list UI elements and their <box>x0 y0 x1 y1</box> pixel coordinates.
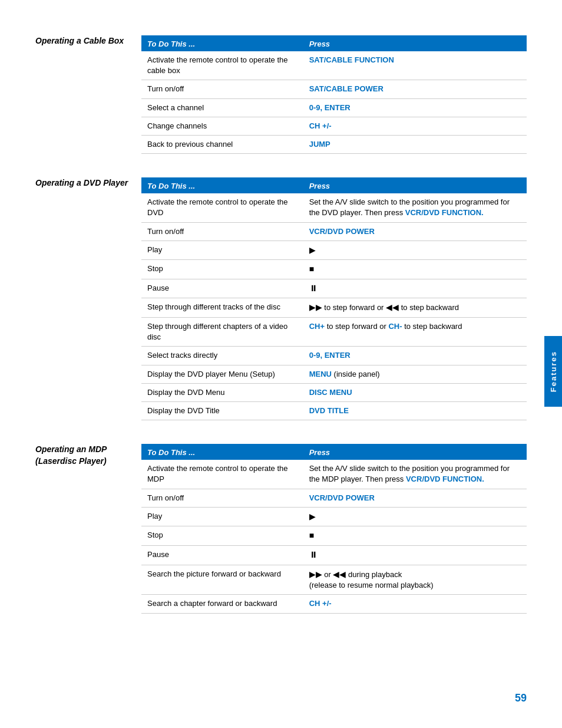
table-row: Pause ⏸ <box>141 279 527 298</box>
table-cell-action: Back to previous channel <box>141 135 303 153</box>
table-row: Display the DVD player Menu (Setup) MENU… <box>141 365 527 383</box>
section-mdp: Operating an MDP (Laserdisc Player) To D… <box>35 444 527 613</box>
table-cell-action: Stop <box>141 526 303 546</box>
table-row: Back to previous channel JUMP <box>141 135 527 153</box>
table-row: Play ▶ <box>141 507 527 526</box>
table-cell-action: Play <box>141 241 303 260</box>
section-title-dvd-player: Operating a DVD Player <box>35 177 141 420</box>
table-row: Step through different tracks of the dis… <box>141 298 527 318</box>
cable-box-table-container: To Do This ... Press Activate the remote… <box>141 35 527 154</box>
table-cell-action: Display the DVD player Menu (Setup) <box>141 365 303 383</box>
dvd-table-container: To Do This ... Press Activate the remote… <box>141 177 527 420</box>
table-row: Display the DVD Title DVD TITLE <box>141 402 527 420</box>
table-cell-action: Select tracks directly <box>141 347 303 365</box>
table-cell-action: Activate the remote control to operate t… <box>141 193 303 222</box>
table-cell-press: MENU (inside panel) <box>303 365 527 383</box>
table-cell-action: Activate the remote control to operate t… <box>141 460 303 489</box>
page-number: 59 <box>515 692 527 704</box>
table-cell-press: VCR/DVD POWER <box>303 222 527 241</box>
section-cable-box: Operating a Cable Box To Do This ... Pre… <box>35 35 527 154</box>
table-row: Search a chapter forward or backward CH … <box>141 595 527 613</box>
table-row: Select tracks directly 0-9, ENTER <box>141 347 527 365</box>
table-cell-press: CH +/- <box>303 595 527 613</box>
table-cell-press: SAT/CABLE POWER <box>303 80 527 98</box>
table-cell-press: ▶▶ or ◀◀ during playback(release to resu… <box>303 565 527 595</box>
page: Operating a Cable Box To Do This ... Pre… <box>0 0 562 728</box>
table-row: Activate the remote control to operate t… <box>141 193 527 222</box>
table-cell-press: ■ <box>303 260 527 279</box>
table-row: Stop ■ <box>141 260 527 279</box>
mdp-col1-header: To Do This ... <box>141 445 303 460</box>
table-cell-action: Display the DVD Title <box>141 402 303 420</box>
table-cell-action: Turn on/off <box>141 489 303 507</box>
table-cell-action: Turn on/off <box>141 80 303 98</box>
table-cell-press: 0-9, ENTER <box>303 98 527 117</box>
table-cell-action: Step through different chapters of a vid… <box>141 318 303 347</box>
table-cell-press: ▶ <box>303 241 527 260</box>
table-row: Display the DVD Menu DISC MENU <box>141 383 527 401</box>
table-cell-action: Search a chapter forward or backward <box>141 595 303 613</box>
table-cell-press: CH+ to step forward or CH- to step backw… <box>303 318 527 347</box>
table-cell-action: Pause <box>141 279 303 298</box>
sidebar-tab-label: Features <box>549 351 558 392</box>
table-cell-press: SAT/CABLE FUNCTION <box>303 51 527 80</box>
table-cell-action: Pause <box>141 545 303 565</box>
table-cell-press: ▶ <box>303 507 527 526</box>
table-cell-action: Activate the remote control to operate t… <box>141 51 303 80</box>
table-row: Select a channel 0-9, ENTER <box>141 98 527 117</box>
table-cell-action: Select a channel <box>141 98 303 117</box>
table-row: Pause ⏸ <box>141 545 527 565</box>
table-cell-press: VCR/DVD POWER <box>303 489 527 507</box>
dvd-col1-header: To Do This ... <box>141 179 303 193</box>
table-row: Search the picture forward or backward ▶… <box>141 565 527 595</box>
table-row: Activate the remote control to operate t… <box>141 51 527 80</box>
features-sidebar-tab: Features <box>544 336 562 407</box>
section-title-cable-box: Operating a Cable Box <box>35 35 141 154</box>
table-cell-action: Search the picture forward or backward <box>141 565 303 595</box>
table-cell-press: ⏸ <box>303 279 527 298</box>
cable-box-col2-header: Press <box>303 37 527 51</box>
table-cell-action: Change channels <box>141 117 303 135</box>
table-row: Turn on/off SAT/CABLE POWER <box>141 80 527 98</box>
mdp-table: To Do This ... Press Activate the remote… <box>141 445 527 613</box>
table-cell-press: Set the A/V slide switch to the position… <box>303 460 527 489</box>
table-cell-press: Set the A/V slide switch to the position… <box>303 193 527 222</box>
table-cell-press: ⏸ <box>303 545 527 565</box>
table-cell-action: Display the DVD Menu <box>141 383 303 401</box>
table-cell-press: ▶▶ to step forward or ◀◀ to step backwar… <box>303 298 527 318</box>
cable-box-col1-header: To Do This ... <box>141 37 303 51</box>
table-row: Turn on/off VCR/DVD POWER <box>141 222 527 241</box>
section-dvd-player: Operating a DVD Player To Do This ... Pr… <box>35 177 527 420</box>
table-cell-press: ■ <box>303 526 527 546</box>
cable-box-table: To Do This ... Press Activate the remote… <box>141 37 527 154</box>
table-cell-press: DISC MENU <box>303 383 527 401</box>
table-row: Change channels CH +/- <box>141 117 527 135</box>
table-cell-press: CH +/- <box>303 117 527 135</box>
table-cell-press: JUMP <box>303 135 527 153</box>
table-cell-action: Play <box>141 507 303 526</box>
table-cell-action: Step through different tracks of the dis… <box>141 298 303 318</box>
table-cell-press: 0-9, ENTER <box>303 347 527 365</box>
mdp-col2-header: Press <box>303 445 527 460</box>
table-row: Play ▶ <box>141 241 527 260</box>
dvd-table: To Do This ... Press Activate the remote… <box>141 179 527 420</box>
table-cell-action: Stop <box>141 260 303 279</box>
table-row: Turn on/off VCR/DVD POWER <box>141 489 527 507</box>
section-title-mdp: Operating an MDP (Laserdisc Player) <box>35 444 141 613</box>
table-row: Step through different chapters of a vid… <box>141 318 527 347</box>
dvd-col2-header: Press <box>303 179 527 193</box>
table-cell-action: Turn on/off <box>141 222 303 241</box>
mdp-table-container: To Do This ... Press Activate the remote… <box>141 444 527 613</box>
table-cell-press: DVD TITLE <box>303 402 527 420</box>
table-row: Activate the remote control to operate t… <box>141 460 527 489</box>
table-row: Stop ■ <box>141 526 527 546</box>
